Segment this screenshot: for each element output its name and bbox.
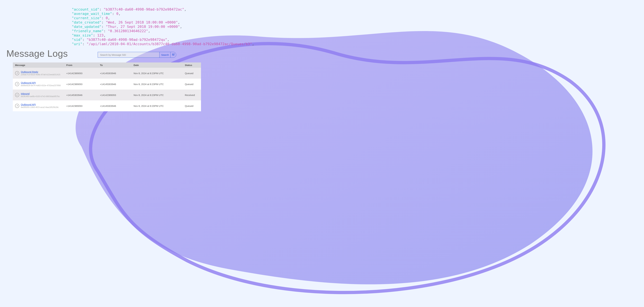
table-row[interactable]: Outbound API 8e0f5055-10b5-4f23-aca2-8aa… xyxy=(13,100,201,111)
code-block: "account_sid": "b3877c40-da60-4998-90ad-… xyxy=(72,7,644,46)
svg-line-6 xyxy=(17,73,18,74)
cell-from: +14142389093 xyxy=(64,100,98,111)
search-input[interactable] xyxy=(98,52,160,58)
cell-date: Nov 8, 2024 at 8:23PM UTC xyxy=(131,90,182,100)
message-type-link[interactable]: Outbound Reply xyxy=(21,70,60,74)
col-header-to[interactable]: To xyxy=(98,62,131,68)
svg-point-3 xyxy=(172,54,173,54)
svg-point-4 xyxy=(173,55,174,55)
cell-from: +14145303946 xyxy=(64,90,98,100)
svg-line-9 xyxy=(17,106,18,106)
search-button[interactable]: Search xyxy=(160,52,170,58)
col-header-status[interactable]: Status xyxy=(182,62,201,68)
cell-to: +14142389093 xyxy=(98,90,131,100)
cell-to: +14145303946 xyxy=(98,68,131,79)
message-sid: bb9be929-be74-4d63-832e-4702ea257956 xyxy=(21,84,61,87)
search-bar: Search xyxy=(98,52,176,58)
table-row[interactable]: Outbound API bb9be929-be74-4d63-832e-470… xyxy=(13,79,201,90)
sliders-icon xyxy=(172,53,175,56)
cell-from: +14142389093 xyxy=(64,79,98,90)
message-sid: 235dc7c3-8323-408c-87a6-b22eedd31415 xyxy=(21,73,60,76)
cell-status: Queued xyxy=(182,79,201,90)
message-sid: 8e0f5055-10b5-4f23-aca2-8aa1952fb28c xyxy=(21,106,58,108)
arrow-in-icon xyxy=(15,93,19,97)
arrow-out-icon xyxy=(15,104,19,108)
page-title: Message Logs xyxy=(6,48,68,59)
cell-to: +14145303946 xyxy=(98,100,131,111)
col-header-message[interactable]: Message xyxy=(13,62,64,68)
cell-from: +14142389093 xyxy=(64,68,98,79)
svg-line-7 xyxy=(17,84,18,84)
filter-button[interactable] xyxy=(170,52,176,58)
cell-status: Received xyxy=(182,90,201,100)
message-type-link[interactable]: Outbound API xyxy=(21,103,58,106)
table-row[interactable]: Inbound bb3fc493-ae6b-4163-b7e3-8803dab9… xyxy=(13,90,201,100)
arrow-out-icon xyxy=(15,71,19,75)
table-row[interactable]: Outbound Reply 235dc7c3-8323-408c-87a6-b… xyxy=(13,68,201,79)
message-logs-table: Message From To Date Status Outbound Rep… xyxy=(13,62,201,111)
message-sid: bb3fc493-ae6b-4163-b7e3-8803dab957bc xyxy=(21,95,60,98)
cell-to: +14145303946 xyxy=(98,79,131,90)
svg-line-8 xyxy=(17,94,18,96)
cell-date: Nov 8, 2024 at 8:23PM UTC xyxy=(131,68,182,79)
message-type-link[interactable]: Outbound API xyxy=(21,81,61,84)
cell-status: Queued xyxy=(182,100,201,111)
cell-date: Nov 8, 2024 at 8:23PM UTC xyxy=(131,79,182,90)
cell-date: Nov 8, 2024 at 8:20PM UTC xyxy=(131,100,182,111)
col-header-from[interactable]: From xyxy=(64,62,98,68)
message-type-link[interactable]: Inbound xyxy=(21,92,60,95)
arrow-out-icon xyxy=(15,82,19,86)
col-header-date[interactable]: Date xyxy=(131,62,182,68)
svg-point-5 xyxy=(174,54,174,54)
cell-status: Queued xyxy=(182,68,201,79)
